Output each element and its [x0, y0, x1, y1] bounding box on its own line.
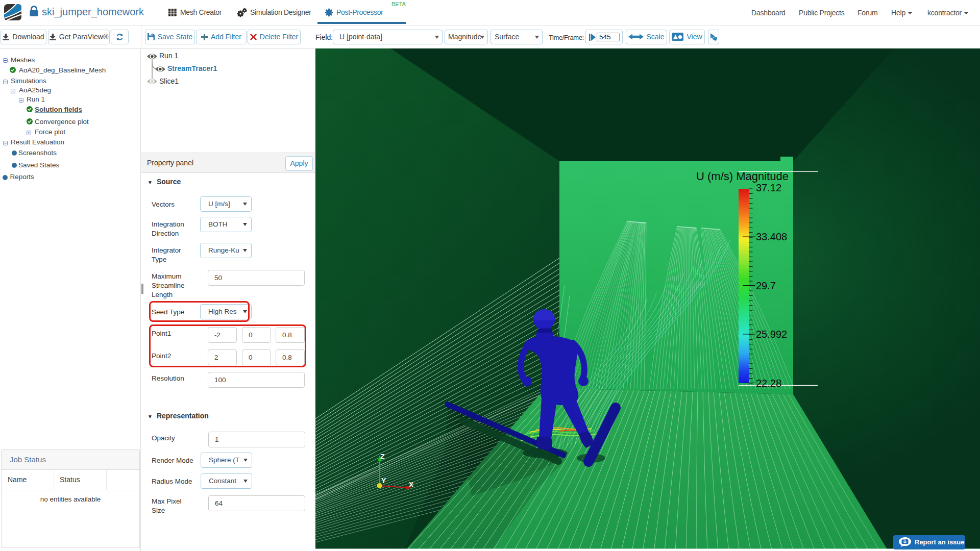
svg-text:Z: Z	[380, 453, 385, 461]
svg-text:25.992: 25.992	[756, 329, 787, 340]
svg-text:33.408: 33.408	[756, 231, 787, 242]
svg-text:Y: Y	[381, 477, 386, 485]
svg-text:X: X	[409, 481, 414, 489]
svg-text:22.28: 22.28	[756, 378, 781, 389]
svg-text:29.7: 29.7	[756, 280, 776, 291]
svg-text:U (m/s) Magnitude: U (m/s) Magnitude	[696, 170, 789, 183]
svg-text:37.12: 37.12	[756, 182, 781, 193]
